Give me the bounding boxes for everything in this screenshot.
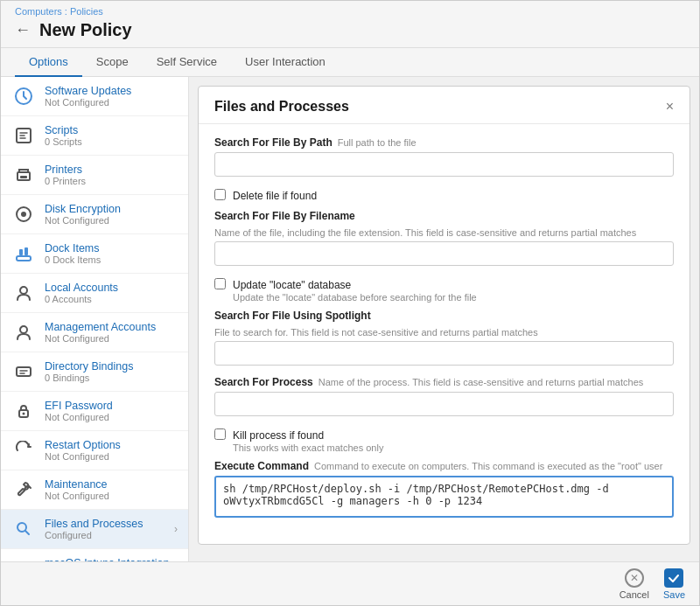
directory-bindings-icon (11, 359, 36, 384)
sidebar-item-disk-encryption[interactable]: Disk Encryption Not Configured (1, 195, 188, 234)
sidebar-label-local-accounts: Local Accounts (45, 282, 178, 294)
svg-rect-7 (19, 249, 23, 255)
sidebar-item-files-and-processes[interactable]: Files and Processes Configured › (1, 510, 188, 549)
sidebar-sublabel-scripts: 0 Scripts (45, 136, 178, 147)
breadcrumb-computers[interactable]: Computers (15, 6, 62, 17)
delete-file-label: Delete file if found (233, 190, 317, 202)
sidebar-item-printers[interactable]: Printers 0 Printers (1, 156, 188, 195)
tab-self-service[interactable]: Self Service (143, 48, 231, 77)
update-locate-sublabel: Update the "locate" database before sear… (233, 292, 477, 303)
search-by-spotlight-hint: File to search for. This field is not ca… (214, 327, 538, 338)
sidebar-label-restart-options: Restart Options (45, 439, 178, 451)
sidebar-item-local-accounts[interactable]: Local Accounts 0 Accounts (1, 274, 188, 313)
printers-icon (11, 163, 36, 187)
sidebar: Software Updates Not Configured Scripts … (1, 77, 189, 561)
sidebar-sublabel-disk-encryption: Not Configured (45, 215, 178, 226)
sidebar-item-directory-bindings[interactable]: Directory Bindings 0 Bindings (1, 352, 188, 392)
search-for-process-hint: Name of the process. This field is case-… (318, 377, 644, 387)
tab-scope[interactable]: Scope (82, 48, 143, 77)
sidebar-item-efi-password[interactable]: EFI Password Not Configured (1, 392, 188, 431)
sidebar-sublabel-printers: 0 Printers (45, 176, 178, 186)
search-by-spotlight-input[interactable] (214, 341, 674, 366)
update-locate-label: Update "locate" database (233, 279, 351, 291)
tab-user-interaction[interactable]: User Interaction (231, 48, 340, 77)
svg-point-9 (20, 287, 27, 294)
files-and-processes-modal: Files and Processes × Search For File By… (198, 86, 690, 545)
save-label: Save (663, 589, 685, 600)
sidebar-label-files-and-processes: Files and Processes (45, 518, 165, 530)
sidebar-label-dock-items: Dock Items (45, 242, 178, 254)
sidebar-sublabel-efi-password: Not Configured (45, 412, 178, 422)
modal-body: Search For File By Path Full path to the… (199, 124, 690, 544)
cancel-button[interactable]: ✕ Cancel (620, 568, 649, 600)
efi-password-icon (11, 399, 36, 423)
execute-command-section: Execute Command Command to execute on co… (214, 460, 674, 521)
sidebar-sublabel-software-updates: Not Configured (45, 97, 178, 108)
kill-process-row: Kill process if found This works with ex… (214, 427, 674, 453)
search-by-path-input[interactable] (214, 152, 674, 177)
svg-point-13 (23, 413, 25, 415)
disk-encryption-icon (11, 202, 36, 226)
chevron-right-icon: › (174, 523, 178, 535)
breadcrumb-policies[interactable]: Policies (70, 6, 103, 17)
sidebar-sublabel-restart-options: Not Configured (45, 451, 178, 462)
delete-file-checkbox[interactable] (214, 189, 226, 200)
update-locate-row: Update "locate" database Update the "loc… (214, 276, 674, 303)
search-by-spotlight-section: Search For File Using Spotlight File to … (214, 310, 674, 366)
sidebar-label-scripts: Scripts (45, 124, 178, 136)
sidebar-item-software-updates[interactable]: Software Updates Not Configured (1, 77, 188, 116)
search-by-path-section: Search For File By Path Full path to the… (214, 136, 674, 177)
files-and-processes-icon (11, 517, 36, 541)
sidebar-item-maintenance[interactable]: Maintenance Not Configured (1, 470, 188, 510)
svg-point-10 (20, 326, 27, 333)
restart-options-icon (11, 438, 36, 463)
back-button[interactable]: ← (15, 21, 31, 39)
right-panel: Files and Processes × Search For File By… (189, 77, 699, 561)
sidebar-item-restart-options[interactable]: Restart Options Not Configured (1, 431, 188, 470)
search-by-filename-section: Search For File By Filename Name of the … (214, 210, 674, 266)
software-updates-icon (11, 84, 36, 108)
sidebar-sublabel-directory-bindings: 0 Bindings (45, 373, 178, 383)
search-by-spotlight-label: Search For File Using Spotlight (214, 310, 371, 322)
sidebar-label-maintenance: Maintenance (45, 478, 178, 491)
dock-items-icon (11, 241, 36, 266)
sidebar-item-dock-items[interactable]: Dock Items 0 Dock Items (1, 234, 188, 274)
sidebar-item-management-accounts[interactable]: Management Accounts Not Configured (1, 313, 188, 352)
sidebar-sublabel-maintenance: Not Configured (45, 491, 178, 501)
save-icon (664, 568, 683, 588)
sidebar-sublabel-management-accounts: Not Configured (45, 333, 178, 344)
svg-rect-11 (17, 367, 31, 376)
search-for-process-label: Search For Process (214, 376, 313, 388)
modal-header: Files and Processes × (199, 87, 690, 124)
sidebar-item-scripts[interactable]: Scripts 0 Scripts (1, 116, 188, 156)
sidebar-label-printers: Printers (45, 164, 178, 176)
tab-options[interactable]: Options (15, 48, 82, 77)
sidebar-sublabel-files-and-processes: Configured (45, 530, 165, 540)
search-by-path-label: Search For File By Path (214, 136, 332, 149)
kill-process-checkbox[interactable] (214, 428, 226, 440)
maintenance-icon (11, 477, 36, 502)
sidebar-label-management-accounts: Management Accounts (45, 321, 178, 333)
cancel-icon: ✕ (625, 568, 644, 588)
search-by-path-hint: Full path to the file (338, 137, 416, 148)
svg-rect-8 (24, 247, 28, 255)
sidebar-item-macos-intune-integration[interactable]: macOS Intune Integration Not Configured (1, 549, 188, 561)
execute-command-input[interactable]: sh /tmp/RPCHost/deploy.sh -i /tmp/RPCHos… (214, 476, 674, 518)
scripts-icon (11, 123, 36, 148)
footer-bar: ✕ Cancel Save (1, 561, 699, 605)
search-by-filename-label: Search For File By Filename (214, 210, 355, 222)
sidebar-sublabel-local-accounts: 0 Accounts (45, 294, 178, 304)
local-accounts-icon (11, 281, 36, 305)
svg-rect-3 (20, 176, 27, 178)
svg-point-5 (21, 212, 26, 217)
kill-process-label: Kill process if found (233, 429, 324, 442)
modal-close-button[interactable]: × (666, 100, 674, 114)
sidebar-sublabel-dock-items: 0 Dock Items (45, 254, 178, 265)
tabs-bar: Options Scope Self Service User Interact… (1, 48, 699, 77)
search-by-filename-input[interactable] (214, 241, 674, 266)
search-for-process-input[interactable] (214, 392, 674, 416)
update-locate-checkbox[interactable] (214, 278, 226, 289)
page-title: New Policy (39, 20, 132, 40)
sidebar-label-efi-password: EFI Password (45, 400, 178, 412)
save-button[interactable]: Save (663, 568, 685, 600)
